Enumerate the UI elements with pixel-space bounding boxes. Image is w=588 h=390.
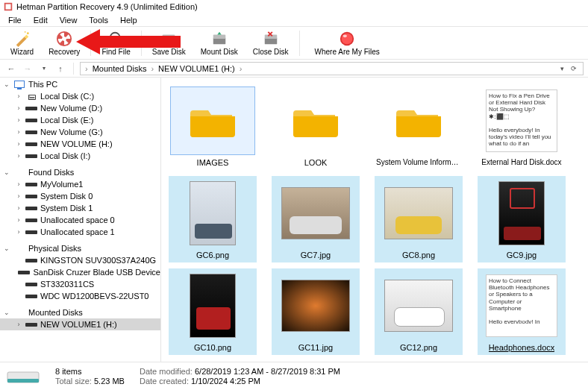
- file-gc9-jpg[interactable]: GC9.jpg: [478, 176, 566, 262]
- recovery-icon: [56, 31, 72, 47]
- findfile-label: Find File: [101, 48, 130, 56]
- tree-label: Unallocated space 1: [40, 227, 115, 236]
- svg-rect-1: [6, 4, 11, 10]
- expand-icon[interactable]: ›: [15, 204, 22, 212]
- chevron-right-icon: ›: [84, 64, 90, 73]
- svg-rect-9: [163, 34, 175, 39]
- tree-physical-disks[interactable]: ⌄ Physical Disks: [0, 242, 160, 254]
- tree-system-disk-1[interactable]: ›System Disk 1: [0, 202, 160, 214]
- tree-local-disk-e[interactable]: ›Local Disk (E:): [0, 114, 160, 126]
- wizard-button[interactable]: Wizard: [4, 28, 40, 59]
- tree-wdc[interactable]: WDC WD1200BEVS-22UST0: [0, 290, 160, 302]
- expand-icon[interactable]: ›: [15, 321, 22, 328]
- tree-this-pc[interactable]: ⌄ This PC: [0, 78, 160, 90]
- toolbar-separator: [141, 31, 142, 56]
- tree-unallocated-0[interactable]: ›Unallocated space 0: [0, 214, 160, 226]
- collapse-icon[interactable]: ⌄: [3, 245, 10, 252]
- tree-label: System Disk 0: [40, 192, 93, 201]
- tree-new-volume-g[interactable]: ›New Volume (G:): [0, 126, 160, 138]
- collapse-icon[interactable]: ⌄: [3, 169, 10, 176]
- file-external-hard-disk-docx[interactable]: How to Fix a Pen Drive or External Hard …: [478, 84, 566, 170]
- tree-system-disk-0[interactable]: ›System Disk 0: [0, 190, 160, 202]
- nav-up-button[interactable]: ↑: [54, 62, 67, 75]
- main-split: ⌄ This PC ›🖴Local Disk (C:) ›New Volume …: [0, 78, 588, 362]
- address-dropdown-button[interactable]: ▾: [556, 63, 568, 75]
- tree-label: Local Disk (C:): [40, 92, 94, 101]
- folder-images[interactable]: IMAGES: [169, 84, 257, 170]
- file-gc8-png[interactable]: GC8.png: [375, 176, 463, 262]
- tree-found-disks[interactable]: ⌄ Found Disks: [0, 166, 160, 178]
- tree-local-disk-c[interactable]: ›🖴Local Disk (C:): [0, 90, 160, 102]
- expand-icon[interactable]: ›: [15, 116, 22, 124]
- file-gc10-png[interactable]: GC10.png: [169, 268, 257, 355]
- file-gc6-png[interactable]: GC6.png: [169, 176, 257, 262]
- svg-point-18: [342, 33, 353, 44]
- file-label: GC8.png: [402, 251, 435, 260]
- tree-mounted-new-volume1-h[interactable]: ›NEW VOLUME1 (H:): [0, 318, 160, 330]
- mountdisk-button[interactable]: Mount Disk: [195, 28, 244, 59]
- menu-tools[interactable]: Tools: [84, 15, 113, 25]
- tree-myvolume1[interactable]: ›MyVolume1: [0, 178, 160, 190]
- folder-sysvol[interactable]: System Volume Information: [375, 84, 463, 170]
- closedisk-icon: [263, 31, 279, 47]
- file-headphones-docx[interactable]: How to Connect Bluetooth Headphones or S…: [478, 268, 566, 355]
- expand-icon[interactable]: ›: [15, 228, 22, 236]
- file-view: IMAGES LOOK System Volume Information Ho…: [161, 78, 588, 362]
- status-bar: 8 items Total size: 5.23 MB Date modifie…: [0, 362, 588, 390]
- svg-point-10: [173, 40, 175, 41]
- breadcrumb-volume[interactable]: NEW VOLUME1 (H:): [158, 64, 235, 73]
- file-label: Headphones.docx: [489, 343, 555, 352]
- folder-look[interactable]: LOOK: [272, 84, 360, 170]
- tree-label: WDC WD1200BEVS-22UST0: [40, 292, 149, 301]
- disk-icon: [25, 292, 37, 301]
- menu-file[interactable]: File: [3, 15, 27, 25]
- nav-forward-button[interactable]: →: [21, 62, 34, 75]
- recovery-button[interactable]: Recovery: [43, 28, 86, 59]
- tree-unallocated-1[interactable]: ›Unallocated space 1: [0, 226, 160, 238]
- file-gc7-jpg[interactable]: GC7.jpg: [272, 176, 360, 262]
- disk-icon: [25, 216, 37, 224]
- expand-icon[interactable]: ›: [15, 216, 22, 224]
- tree-sandisk[interactable]: SanDisk Cruzer Blade USB Device: [0, 266, 160, 278]
- tree-new-volume-d[interactable]: ›New Volume (D:): [0, 102, 160, 114]
- expand-icon[interactable]: ›: [15, 140, 22, 148]
- expand-icon[interactable]: ›: [15, 192, 22, 200]
- expand-icon[interactable]: ›: [15, 104, 22, 112]
- toolbar-separator: [299, 31, 300, 56]
- closedisk-button[interactable]: Close Disk: [247, 28, 295, 59]
- collapse-icon[interactable]: ⌄: [3, 81, 10, 88]
- tree-local-disk-i[interactable]: ›Local Disk (I:): [0, 150, 160, 162]
- address-bar: ← → ▾ ↑ › Mounted Disks › NEW VOLUME1 (H…: [0, 60, 588, 78]
- app-title: Hetman Partition Recovery 4.9 (Unlimited…: [16, 2, 198, 11]
- address-field[interactable]: › Mounted Disks › NEW VOLUME1 (H:) › ▾ ⟳: [80, 62, 584, 75]
- menu-help[interactable]: Help: [115, 15, 143, 25]
- disk-icon: [25, 192, 37, 201]
- address-refresh-button[interactable]: ⟳: [568, 63, 580, 75]
- findfile-button[interactable]: Find File: [96, 28, 136, 59]
- collapse-icon[interactable]: ⌄: [3, 309, 10, 316]
- savedisk-button[interactable]: Save Disk: [146, 28, 192, 59]
- tree-st3320311cs[interactable]: ST3320311CS: [0, 278, 160, 290]
- file-gc12-png[interactable]: GC12.png: [375, 268, 463, 355]
- file-gc11-jpg[interactable]: GC11.jpg: [272, 268, 360, 355]
- expand-icon[interactable]: ›: [15, 92, 22, 100]
- file-row: GC10.png GC11.jpg GC12.png How to Connec…: [169, 268, 581, 355]
- tree-mounted-disks[interactable]: ⌄ Mounted Disks: [0, 306, 160, 318]
- wherefiles-label: Where Are My Files: [315, 48, 380, 56]
- file-label: LOOK: [304, 158, 328, 167]
- disk-icon: 🖴: [25, 92, 37, 101]
- expand-icon[interactable]: ›: [15, 128, 22, 136]
- expand-icon[interactable]: ›: [15, 152, 22, 160]
- tree-kingston[interactable]: KINGSTON SUV300S37A240G: [0, 254, 160, 266]
- wherefiles-button[interactable]: Where Are My Files: [304, 28, 390, 59]
- menu-view[interactable]: View: [54, 15, 83, 25]
- svg-point-3: [24, 31, 25, 32]
- nav-history-button[interactable]: ▾: [37, 62, 51, 75]
- breadcrumb-mounted-disks[interactable]: Mounted Disks: [93, 64, 147, 73]
- tree-new-volume-h[interactable]: ›NEW VOLUME (H:): [0, 138, 160, 150]
- menu-edit[interactable]: Edit: [28, 15, 53, 25]
- file-label: GC11.jpg: [298, 343, 333, 352]
- nav-back-button[interactable]: ←: [4, 62, 18, 75]
- expand-icon[interactable]: ›: [15, 180, 22, 188]
- svg-rect-22: [7, 379, 39, 383]
